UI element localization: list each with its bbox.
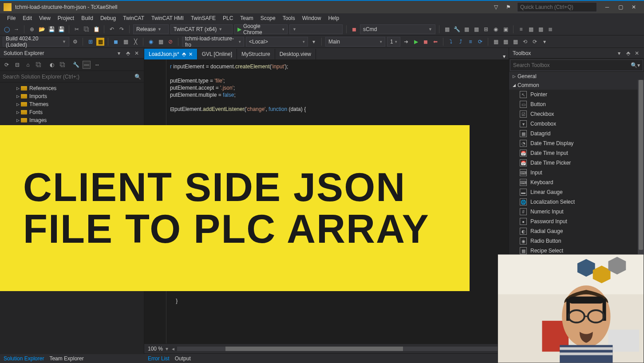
project-combo[interactable]: tchmi-load-structure-fro▾ bbox=[182, 37, 244, 47]
scroll-left-icon[interactable]: ◂ bbox=[172, 346, 174, 352]
dbg-icon-5[interactable]: ⟳ bbox=[531, 38, 539, 46]
tool-icon-11[interactable]: ≣ bbox=[546, 25, 554, 33]
tab-gvl[interactable]: GVL [Online] bbox=[198, 49, 237, 59]
toolbox-item[interactable]: ●Password Input bbox=[509, 217, 644, 226]
panel-dropdown-icon[interactable]: ▾ bbox=[115, 50, 122, 56]
paste-icon[interactable]: 📋 bbox=[92, 25, 100, 33]
menu-team[interactable]: Team bbox=[237, 14, 257, 22]
logout-icon[interactable]: ⬅ bbox=[431, 38, 439, 46]
toolbox-item[interactable]: ▭Button bbox=[509, 99, 644, 109]
menu-twincat-hmi[interactable]: TwinCAT HMI bbox=[148, 14, 187, 22]
open-icon[interactable]: 📂 bbox=[38, 25, 46, 33]
target-combo[interactable]: <Local>▾ bbox=[246, 37, 308, 47]
panel-pin-icon[interactable]: ⬘ bbox=[124, 50, 131, 56]
menu-edit[interactable]: Edit bbox=[19, 14, 36, 22]
menu-project[interactable]: Project bbox=[54, 14, 78, 22]
zoom-chevron-icon[interactable]: ▾ bbox=[166, 346, 168, 352]
tc-icon-1[interactable]: ⊞ bbox=[87, 38, 95, 46]
tab-desktopview[interactable]: Desktop.view bbox=[275, 49, 316, 59]
menu-window[interactable]: Window bbox=[299, 14, 325, 22]
config-combo[interactable]: Release▼ bbox=[133, 24, 169, 34]
se-search-input[interactable] bbox=[3, 74, 134, 80]
red-icon[interactable]: ◼ bbox=[350, 25, 358, 33]
menu-help[interactable]: Help bbox=[324, 14, 343, 22]
notifications-icon[interactable]: ⚑ bbox=[503, 2, 514, 12]
tab-error-list[interactable]: Error List bbox=[148, 355, 170, 362]
toolbox-item[interactable]: ⌨Keyboard bbox=[509, 178, 644, 187]
forward-icon[interactable]: → bbox=[12, 25, 20, 33]
tc-icon-3[interactable]: ◼ bbox=[112, 38, 120, 46]
minimize-button[interactable]: ─ bbox=[601, 2, 614, 12]
dbg-icon-1[interactable]: ▦ bbox=[492, 38, 500, 46]
tbx-dropdown-icon[interactable]: ▾ bbox=[616, 50, 623, 56]
filter-icon[interactable]: ▽ bbox=[490, 2, 501, 12]
menu-scope[interactable]: Scope bbox=[257, 14, 279, 22]
tab-loadjson[interactable]: LoadJson.js* ⬘ ✕ bbox=[144, 49, 198, 59]
se-icon-5[interactable]: ◐ bbox=[48, 61, 56, 69]
se-icon-6[interactable]: ⿻ bbox=[59, 61, 67, 69]
menu-file[interactable]: File bbox=[4, 14, 19, 22]
tc-icon-8[interactable]: ⊘ bbox=[166, 38, 174, 46]
tool-icon-9[interactable]: ▦ bbox=[527, 25, 535, 33]
step-icon-3[interactable]: ≡ bbox=[466, 38, 474, 46]
se-refresh-icon[interactable]: ⟳ bbox=[3, 61, 11, 69]
menu-build[interactable]: Build bbox=[78, 14, 97, 22]
run-icon[interactable]: ▶ bbox=[412, 38, 420, 46]
save-all-icon[interactable]: 💾 bbox=[57, 25, 65, 33]
tool-icon-3[interactable]: ▦ bbox=[462, 25, 470, 33]
se-icon-9[interactable]: ↔ bbox=[93, 61, 101, 69]
dbg-icon-4[interactable]: ⟲ bbox=[521, 38, 529, 46]
platform-combo[interactable]: TwinCAT RT (x64)▼ bbox=[170, 24, 233, 34]
menu-tools[interactable]: Tools bbox=[279, 14, 299, 22]
toolbox-item[interactable]: ⌨Input bbox=[509, 168, 644, 178]
copy-icon[interactable]: ⿻ bbox=[83, 25, 91, 33]
search-icon[interactable]: 🔍 bbox=[134, 74, 141, 80]
toolbox-item[interactable]: #Numeric Input bbox=[509, 207, 644, 217]
search-icon[interactable]: 🔍▾ bbox=[631, 62, 640, 68]
toolbox-search-input[interactable] bbox=[513, 62, 631, 68]
build-combo[interactable]: Build 4024.20 (Loaded)▼ bbox=[3, 37, 69, 47]
tree-node[interactable]: ▷Fonts bbox=[0, 108, 144, 116]
toolbox-category-common[interactable]: ◢Common bbox=[509, 81, 644, 90]
tree-node[interactable]: ▷Imports bbox=[0, 92, 144, 100]
toolbox-item[interactable]: ▾Combobox bbox=[509, 119, 644, 129]
tool-icon-4[interactable]: ▦ bbox=[472, 25, 480, 33]
quick-launch-input[interactable] bbox=[517, 2, 597, 12]
toolbox-item[interactable]: ▬Linear Gauge bbox=[509, 187, 644, 197]
toolbox-item[interactable]: 📅Date Time Input bbox=[509, 148, 644, 158]
cut-icon[interactable]: ✂ bbox=[73, 25, 81, 33]
redo-icon[interactable]: ↷ bbox=[118, 25, 126, 33]
tab-output[interactable]: Output bbox=[175, 355, 191, 362]
tool-icon-8[interactable]: ≡ bbox=[517, 25, 525, 33]
toolbox-item[interactable]: 📅Date Time Picker bbox=[509, 158, 644, 168]
routine-combo[interactable]: Main▾ bbox=[325, 37, 385, 47]
toolbox-item[interactable]: ◉Radio Button bbox=[509, 236, 644, 246]
tree-node[interactable]: ▷Themes bbox=[0, 100, 144, 108]
start-button[interactable]: ▶Google Chrome▾ bbox=[234, 24, 288, 34]
login-icon[interactable]: ➜ bbox=[402, 38, 410, 46]
tab-team-explorer[interactable]: Team Explorer bbox=[49, 355, 83, 362]
tabs-dropdown-icon[interactable]: ▾ bbox=[500, 53, 509, 59]
toolbox-item[interactable]: 🌐Localization Select bbox=[509, 197, 644, 207]
tool-icon-5[interactable]: ⊞ bbox=[482, 25, 490, 33]
maximize-button[interactable]: ▢ bbox=[614, 2, 627, 12]
menu-debug[interactable]: Debug bbox=[97, 14, 119, 22]
menu-twincat[interactable]: TwinCAT bbox=[119, 14, 148, 22]
tc-icon-9[interactable]: ▾ bbox=[310, 38, 318, 46]
tc-icon-7[interactable]: ▦ bbox=[157, 38, 165, 46]
back-icon[interactable]: ◯ bbox=[3, 25, 11, 33]
toolbox-category-general[interactable]: ▷General bbox=[509, 72, 644, 81]
tree-node[interactable]: ▷Images bbox=[0, 116, 144, 124]
panel-close-icon[interactable]: ✕ bbox=[133, 50, 140, 56]
tab-mystructure[interactable]: MyStructure bbox=[237, 49, 275, 59]
se-home-icon[interactable]: ⌂ bbox=[24, 61, 32, 69]
tc-icon-2[interactable]: ▦ bbox=[96, 38, 104, 46]
save-icon[interactable]: 💾 bbox=[47, 25, 55, 33]
se-collapse-icon[interactable]: ⊟ bbox=[13, 61, 21, 69]
tab-solution-explorer[interactable]: Solution Explorer bbox=[4, 355, 44, 362]
step-icon-2[interactable]: ⤴ bbox=[457, 38, 465, 46]
tc-icon-6[interactable]: ◉ bbox=[147, 38, 155, 46]
new-project-icon[interactable]: ⊕ bbox=[28, 25, 36, 33]
tbx-close-icon[interactable]: ✕ bbox=[633, 50, 640, 56]
tree-node[interactable]: ▷References bbox=[0, 84, 144, 92]
